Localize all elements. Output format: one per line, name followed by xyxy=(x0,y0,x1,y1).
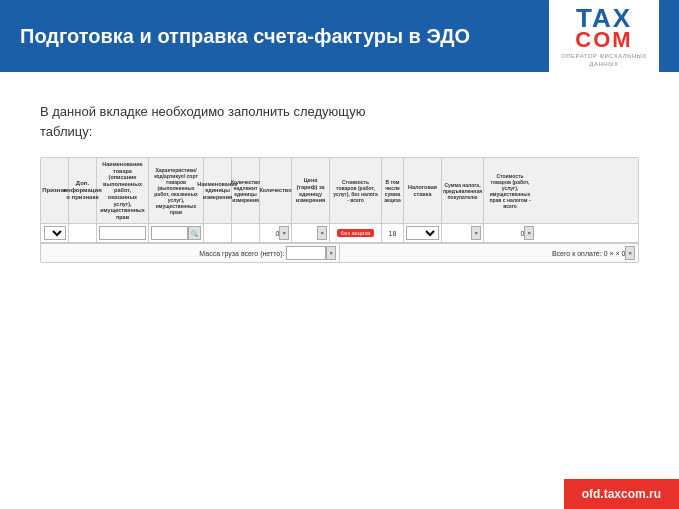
footer-x1: × xyxy=(609,250,613,257)
footer-gross-label: Масса груза всего (нетто): × xyxy=(41,244,340,262)
description: В данной вкладке необходимо заполнить сл… xyxy=(40,102,639,141)
td-13: 0 × xyxy=(484,224,536,242)
th-2: Доп. информация о признаке xyxy=(69,158,97,223)
td-12: × xyxy=(442,224,484,242)
total-x-btn[interactable]: × xyxy=(625,246,635,260)
page-title: Подготовка и отправка счета-фактуры в ЭД… xyxy=(20,25,470,48)
footer-value: 0 xyxy=(604,250,608,257)
price-remove-btn[interactable]: × xyxy=(317,226,327,240)
gross-weight-input[interactable] xyxy=(286,246,326,260)
td-11[interactable] xyxy=(404,224,442,242)
th-13: Стоимость товаров (работ, услуг), имущес… xyxy=(484,158,536,223)
row-select[interactable] xyxy=(44,226,66,240)
char-input[interactable] xyxy=(151,226,188,240)
th-11: Налоговая ставка xyxy=(404,158,442,223)
td-9: без акциза xyxy=(330,224,382,242)
data-table: Признак Доп. информация о признаке Наиме… xyxy=(40,157,639,263)
footer-x2: × xyxy=(616,250,620,257)
td-4[interactable]: 🔍 xyxy=(149,224,204,242)
footer-url: ofd.taxcom.ru xyxy=(582,487,661,501)
tax-sum-remove-btn[interactable]: × xyxy=(471,226,481,240)
description-line1: В данной вкладке необходимо заполнить сл… xyxy=(40,104,365,119)
th-3: Наименование товара (описание выполненны… xyxy=(97,158,149,223)
gross-x-btn[interactable]: × xyxy=(326,246,336,260)
no-excise-badge: без акциза xyxy=(337,229,375,237)
th-5: Наименование единицы измерения xyxy=(204,158,232,223)
td-5 xyxy=(204,224,232,242)
td-8: × xyxy=(292,224,330,242)
th-8: Цена (тариф) за единицу измерения xyxy=(292,158,330,223)
th-7: Количество xyxy=(260,158,292,223)
th-9: Стоимость товаров (работ, услуг), без на… xyxy=(330,158,382,223)
td-1[interactable] xyxy=(41,224,69,242)
td-7: 0 × xyxy=(260,224,292,242)
table-header-row: Признак Доп. информация о признаке Наиме… xyxy=(41,158,638,224)
td-2 xyxy=(69,224,97,242)
tax-rate-select[interactable] xyxy=(406,226,439,240)
td-10: 18 xyxy=(382,224,404,242)
th-6: Количество надлежит единицы измерения xyxy=(232,158,260,223)
logo: TAX COM ОПЕРАТОР ФИСКАЛЬНЫХ ДАННЫХ xyxy=(549,0,659,73)
logo-com: COM xyxy=(575,29,632,51)
table-row: 🔍 0 × × без акциза 18 × 0 × xyxy=(41,224,638,243)
footer-bar: ofd.taxcom.ru xyxy=(564,479,679,509)
th-10: В том числе сумма акциза xyxy=(382,158,404,223)
total-remove-btn[interactable]: × xyxy=(524,226,534,240)
td-3[interactable] xyxy=(97,224,149,242)
description-line2: таблицу: xyxy=(40,124,92,139)
search-button[interactable]: 🔍 xyxy=(188,226,201,240)
main-content: В данной вкладке необходимо заполнить сл… xyxy=(0,72,679,283)
goods-name-input[interactable] xyxy=(99,226,146,240)
logo-sub1: ОПЕРАТОР ФИСКАЛЬНЫХ xyxy=(561,53,647,59)
page-header: Подготовка и отправка счета-фактуры в ЭД… xyxy=(0,0,679,72)
footer-total-label: Всего к оплате: 0 × × 0 × xyxy=(340,244,638,262)
th-12: Сумма налога, предъявленная покупателю xyxy=(442,158,484,223)
qty-remove-btn[interactable]: × xyxy=(279,226,289,240)
table-footer-row: Масса груза всего (нетто): × Всего к опл… xyxy=(41,243,638,262)
td-6 xyxy=(232,224,260,242)
logo-sub2: ДАННЫХ xyxy=(589,61,618,67)
th-4: Характеристики/код/артикул/ сорт товаров… xyxy=(149,158,204,223)
